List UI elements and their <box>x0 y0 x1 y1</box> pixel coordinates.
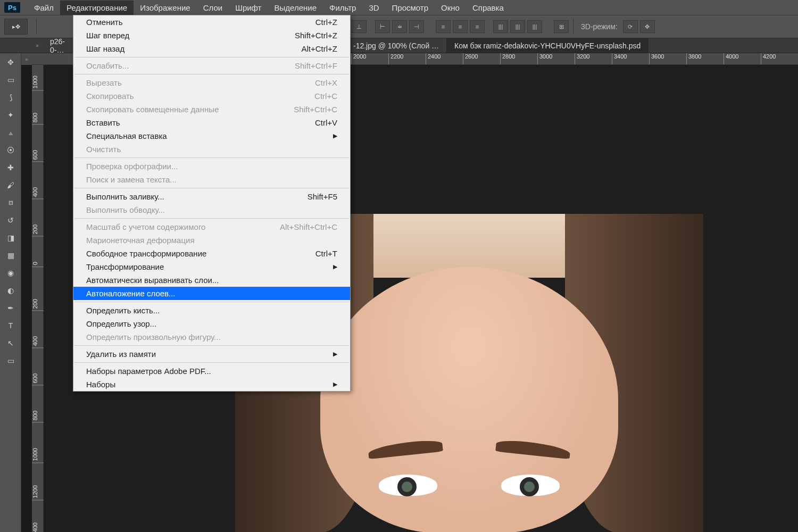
stamp-tool-icon[interactable]: ⧈ <box>0 194 21 211</box>
distribute-left-icon[interactable]: ||| <box>493 20 508 33</box>
panel-expand-icon[interactable]: » <box>21 53 32 65</box>
align-horizontal-centers-icon[interactable]: ≑ <box>392 20 407 33</box>
menu-item-вставить[interactable]: ВставитьCtrl+V <box>73 116 350 129</box>
menu-item-выполнить-обводку-: Выполнить обводку... <box>73 203 350 217</box>
canvas-image-iris <box>397 477 417 496</box>
menu-item-label: Выполнить заливку... <box>86 192 164 201</box>
menu-shortcut: Alt+Ctrl+Z <box>301 44 337 53</box>
menu-separator <box>74 302 349 302</box>
heal-tool-icon[interactable]: ✚ <box>0 159 21 176</box>
menu-item-label: Масштаб с учетом содержимого <box>86 222 205 231</box>
ruler-tick: 1400 <box>32 522 44 532</box>
ruler-tick: 2800 <box>500 53 515 65</box>
menu-item-наборы[interactable]: Наборы▶ <box>73 378 350 391</box>
menu-изображение[interactable]: Изображение <box>134 1 197 15</box>
menu-item-отменить[interactable]: ОтменитьCtrl+Z <box>73 15 350 29</box>
ruler-tick: 400 <box>32 336 44 348</box>
marquee-tool-icon[interactable]: ▭ <box>0 71 21 88</box>
wand-tool-icon[interactable]: ✦ <box>0 106 21 123</box>
menu-фильтр[interactable]: Фильтр <box>323 1 362 15</box>
move-tool-icon[interactable]: ✥ <box>0 53 21 71</box>
mode-3d-orbit-icon[interactable]: ⟳ <box>623 20 638 33</box>
menu-shortcut: Ctrl+Z <box>315 18 337 27</box>
ruler-tick: 600 <box>32 373 44 385</box>
menu-item-label: Определить произвольную фигуру... <box>86 332 221 342</box>
ruler-tick: 800 <box>32 113 44 124</box>
menu-item-определить-кисть-[interactable]: Определить кисть... <box>73 304 350 317</box>
edit-menu-dropdown: ОтменитьCtrl+ZШаг впередShift+Ctrl+ZШаг … <box>73 15 351 392</box>
menu-item-свободное-трансформирование[interactable]: Свободное трансформированиеCtrl+T <box>73 247 350 260</box>
menu-item-шаг-назад[interactable]: Шаг назадAlt+Ctrl+Z <box>73 42 350 55</box>
menu-item-label: Удалить из памяти <box>86 350 156 359</box>
ruler-tick: 2200 <box>388 53 403 65</box>
menu-item-наборы-параметров-adobe-pdf-[interactable]: Наборы параметров Adobe PDF... <box>73 364 350 378</box>
dodge-tool-icon[interactable]: ◐ <box>0 281 21 299</box>
menu-item-label: Скопировать совмещенные данные <box>86 105 219 114</box>
document-tab[interactable]: Ком бэк ramiz-dedakovic-YHCHU0VHyFE-unsp… <box>447 38 649 53</box>
crop-tool-icon[interactable]: ⟁ <box>0 123 21 141</box>
menu-item-ослабить-: Ослабить...Shift+Ctrl+F <box>73 59 350 72</box>
pen-tool-icon[interactable]: ✒ <box>0 299 21 317</box>
eyedropper-tool-icon[interactable]: ⦿ <box>0 141 21 159</box>
menu-item-трансформирование[interactable]: Трансформирование▶ <box>73 260 350 273</box>
ruler-tick: 400 <box>32 187 44 199</box>
gradient-tool-icon[interactable]: ▦ <box>0 246 21 264</box>
menu-item-label: Очистить <box>86 145 121 154</box>
menu-item-скопировать: СкопироватьCtrl+C <box>73 89 350 103</box>
document-tab[interactable]: p26-0-… <box>43 38 74 53</box>
menu-item-скопировать-совмещенные-данные: Скопировать совмещенные данныеShift+Ctrl… <box>73 103 350 116</box>
menu-separator <box>74 218 349 219</box>
blur-tool-icon[interactable]: ◉ <box>0 264 21 281</box>
align-right-edges-icon[interactable]: ⊣ <box>409 20 424 33</box>
distribute-bottom-icon[interactable]: ≡ <box>470 20 485 33</box>
menu-item-автоналожение-слоев-[interactable]: Автоналожение слоев... <box>73 287 350 300</box>
menu-просмотр[interactable]: Просмотр <box>386 1 435 15</box>
menu-выделение[interactable]: Выделение <box>268 1 323 15</box>
menu-редактирование[interactable]: Редактирование <box>60 1 134 15</box>
submenu-arrow-icon: ▶ <box>333 132 337 139</box>
menu-item-label: Проверка орфографии... <box>86 162 178 171</box>
menu-item-label: Наборы <box>86 380 115 389</box>
auto-align-icon[interactable]: ⊞ <box>554 20 569 33</box>
menu-шрифт[interactable]: Шрифт <box>229 1 268 15</box>
align-bottom-edges-icon[interactable]: ⊥ <box>352 20 367 33</box>
menu-файл[interactable]: Файл <box>28 1 60 15</box>
menu-item-label: Скопировать <box>86 92 134 101</box>
menu-окно[interactable]: Окно <box>435 1 466 15</box>
menu-item-автоматически-выравнивать-слои-[interactable]: Автоматически выравнивать слои... <box>73 273 350 287</box>
distribute-hcenter-icon[interactable]: ||| <box>510 20 525 33</box>
align-left-edges-icon[interactable]: ⊢ <box>375 20 390 33</box>
type-tool-icon[interactable]: T <box>0 317 21 334</box>
menu-3d[interactable]: 3D <box>362 1 385 15</box>
path-tool-icon[interactable]: ↖ <box>0 334 21 352</box>
distribute-vcenter-icon[interactable]: ≡ <box>453 20 468 33</box>
menu-shortcut: Shift+Ctrl+Z <box>295 31 337 40</box>
ruler-tick: 0 <box>32 262 44 267</box>
history-tool-icon[interactable]: ↺ <box>0 211 21 229</box>
menu-слои[interactable]: Слои <box>197 1 229 15</box>
mode-3d-pan-icon[interactable]: ✥ <box>640 20 655 33</box>
menu-separator <box>74 345 349 346</box>
menu-item-label: Автоматически выравнивать слои... <box>86 276 219 285</box>
distribute-right-icon[interactable]: ||| <box>527 20 542 33</box>
menu-item-шаг-вперед[interactable]: Шаг впередShift+Ctrl+Z <box>73 29 350 42</box>
tool-preset-picker[interactable]: ▸✥ <box>4 19 28 35</box>
eraser-tool-icon[interactable]: ◨ <box>0 229 21 246</box>
menu-item-выполнить-заливку-[interactable]: Выполнить заливку...Shift+F5 <box>73 190 350 203</box>
menu-shortcut: Shift+Ctrl+F <box>295 61 337 70</box>
menu-item-очистить: Очистить <box>73 143 350 156</box>
shape-tool-icon[interactable]: ▭ <box>0 352 21 369</box>
brush-tool-icon[interactable]: 🖌 <box>0 176 21 194</box>
menu-shortcut: Shift+Ctrl+C <box>294 105 337 114</box>
lasso-tool-icon[interactable]: ⟆ <box>0 88 21 106</box>
distribute-top-icon[interactable]: ≡ <box>436 20 451 33</box>
menu-справка[interactable]: Справка <box>466 1 510 15</box>
ruler-tick: 1200 <box>32 485 44 500</box>
menu-item-специальная-вставка[interactable]: Специальная вставка▶ <box>73 129 350 143</box>
ruler-tick: 2400 <box>426 53 440 65</box>
menu-item-определить-узор-[interactable]: Определить узор... <box>73 317 350 330</box>
menu-item-удалить-из-памяти[interactable]: Удалить из памяти▶ <box>73 347 350 361</box>
tabs-scroll-icon[interactable]: » <box>32 38 43 53</box>
menu-separator <box>74 74 349 74</box>
document-tab[interactable]: -12.jpg @ 100% (Слой … <box>346 38 447 53</box>
